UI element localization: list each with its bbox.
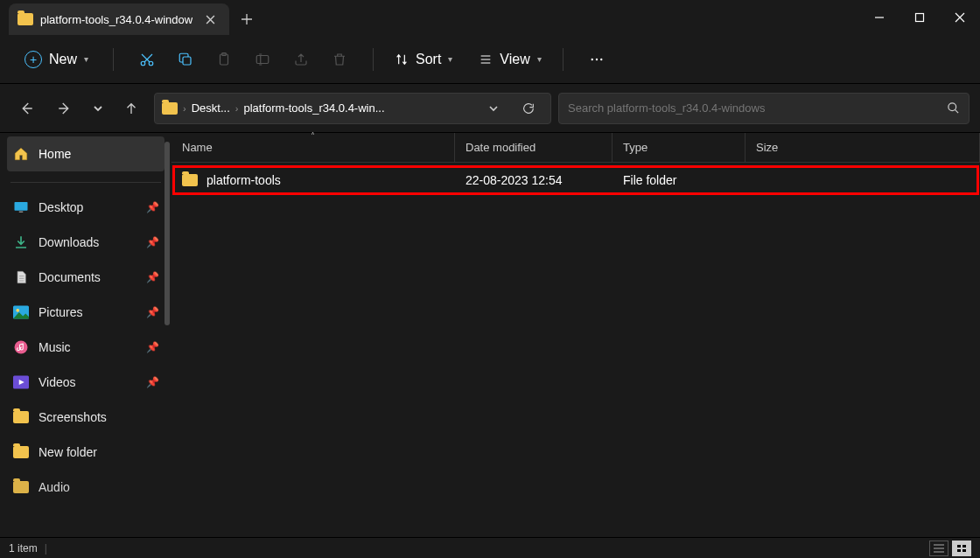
column-header-size[interactable]: Size	[746, 133, 980, 162]
svg-rect-6	[256, 55, 269, 63]
view-button[interactable]: View ▾	[473, 52, 546, 67]
svg-rect-19	[957, 549, 961, 552]
navigation-row: › Deskt... › platform-tools_r34.0.4-win.…	[0, 84, 980, 133]
sidebar-item-desktop[interactable]: Desktop 📌	[0, 190, 172, 225]
svg-rect-3	[183, 57, 191, 65]
column-header-type[interactable]: Type	[612, 133, 746, 162]
separator	[563, 48, 564, 71]
svg-rect-20	[962, 549, 966, 552]
forward-button[interactable]	[49, 93, 80, 124]
document-icon	[12, 269, 30, 286]
cut-button[interactable]	[130, 42, 164, 77]
file-row[interactable]: platform-tools 22-08-2023 12:54 File fol…	[172, 164, 980, 196]
up-button[interactable]	[116, 93, 147, 124]
sidebar-item-pictures[interactable]: Pictures 📌	[0, 295, 172, 330]
chevron-down-icon: ▾	[448, 54, 452, 64]
sidebar-item-screenshots[interactable]: Screenshots	[0, 400, 172, 435]
svg-rect-0	[916, 14, 924, 22]
window-tab[interactable]: platform-tools_r34.0.4-window	[9, 3, 229, 35]
address-bar[interactable]: › Deskt... › platform-tools_r34.0.4-win.…	[154, 93, 551, 124]
file-name: platform-tools	[206, 173, 281, 187]
maximize-button[interactable]	[900, 0, 940, 35]
recent-locations-button[interactable]	[88, 93, 108, 124]
pin-icon: 📌	[146, 376, 159, 388]
column-header-date[interactable]: Date modified	[455, 133, 612, 162]
svg-rect-11	[15, 202, 28, 211]
paste-button[interactable]	[206, 42, 242, 77]
sidebar-item-newfolder[interactable]: New folder	[0, 435, 172, 470]
chevron-right-icon: ›	[183, 103, 186, 114]
view-label: View	[500, 52, 529, 67]
folder-icon	[12, 408, 30, 426]
download-icon	[12, 234, 30, 251]
svg-point-10	[948, 103, 956, 111]
svg-point-8	[596, 58, 598, 59]
pin-icon: 📌	[146, 271, 159, 283]
sidebar-item-label: Pictures	[38, 305, 83, 319]
title-bar: platform-tools_r34.0.4-window	[0, 0, 980, 35]
large-icons-view-button[interactable]	[952, 541, 971, 556]
tab-title: platform-tools_r34.0.4-window	[40, 13, 192, 26]
search-box[interactable]	[558, 93, 970, 124]
delete-button[interactable]	[322, 42, 357, 77]
sort-button[interactable]: Sort ▾	[389, 52, 458, 67]
separator	[10, 182, 161, 183]
folder-icon	[12, 443, 30, 461]
separator: |	[45, 542, 47, 555]
address-dropdown-button[interactable]	[479, 94, 508, 123]
chevron-down-icon: ▾	[537, 54, 542, 64]
command-toolbar: + New ▾ Sort ▾ View	[0, 35, 980, 84]
tab-close-button[interactable]	[200, 9, 220, 30]
folder-icon	[18, 13, 33, 25]
sidebar-item-videos[interactable]: Videos 📌	[0, 365, 172, 400]
copy-button[interactable]	[168, 42, 203, 77]
pin-icon: 📌	[146, 201, 159, 213]
breadcrumb-item[interactable]: platform-tools_r34.0.4-win...	[243, 101, 384, 115]
new-button[interactable]: + New ▾	[16, 45, 97, 73]
sidebar-item-home[interactable]: Home	[7, 136, 164, 171]
more-button[interactable]	[579, 42, 614, 77]
sidebar-item-label: New folder	[38, 445, 97, 459]
sidebar-item-documents[interactable]: Documents 📌	[0, 260, 172, 295]
svg-point-14	[16, 309, 19, 312]
plus-circle-icon: +	[24, 51, 42, 68]
svg-point-7	[591, 58, 592, 59]
refresh-button[interactable]	[514, 94, 543, 123]
sidebar-item-label: Music	[38, 340, 71, 354]
close-button[interactable]	[940, 0, 980, 35]
folder-icon	[162, 102, 178, 115]
pin-icon: 📌	[146, 236, 159, 248]
sidebar-item-label: Documents	[38, 270, 101, 284]
sidebar-item-label: Screenshots	[38, 410, 107, 424]
svg-rect-17	[957, 545, 961, 548]
column-header-name[interactable]: ˄ Name	[172, 133, 455, 162]
folder-icon	[12, 478, 30, 496]
minimize-button[interactable]	[859, 0, 900, 35]
chevron-right-icon: ›	[235, 103, 239, 114]
sidebar-item-label: Videos	[38, 375, 76, 389]
file-date: 22-08-2023 12:54	[455, 173, 612, 187]
breadcrumb-item[interactable]: Deskt...	[192, 101, 230, 115]
share-button[interactable]	[284, 42, 318, 77]
music-icon	[12, 338, 30, 356]
sidebar-item-downloads[interactable]: Downloads 📌	[0, 225, 172, 260]
search-icon[interactable]	[940, 101, 960, 115]
column-headers: ˄ Name Date modified Type Size	[172, 133, 980, 163]
video-icon	[12, 373, 30, 391]
pin-icon: 📌	[146, 341, 159, 353]
details-view-button[interactable]	[929, 541, 948, 556]
new-tab-button[interactable]	[229, 3, 264, 35]
sidebar-item-label: Downloads	[38, 235, 99, 249]
status-bar: 1 item |	[0, 537, 980, 558]
search-input[interactable]	[568, 101, 940, 115]
file-type: File folder	[612, 173, 746, 187]
sidebar-item-audio[interactable]: Audio	[0, 470, 172, 505]
navigation-pane: Home Desktop 📌 Downloads 📌	[0, 133, 172, 537]
back-button[interactable]	[10, 93, 42, 124]
sidebar-item-label: Desktop	[38, 200, 83, 214]
sidebar-scrollbar[interactable]	[164, 142, 170, 325]
svg-rect-12	[19, 212, 24, 213]
rename-button[interactable]	[245, 42, 280, 77]
sidebar-item-music[interactable]: Music 📌	[0, 330, 172, 365]
new-button-label: New	[49, 52, 77, 67]
